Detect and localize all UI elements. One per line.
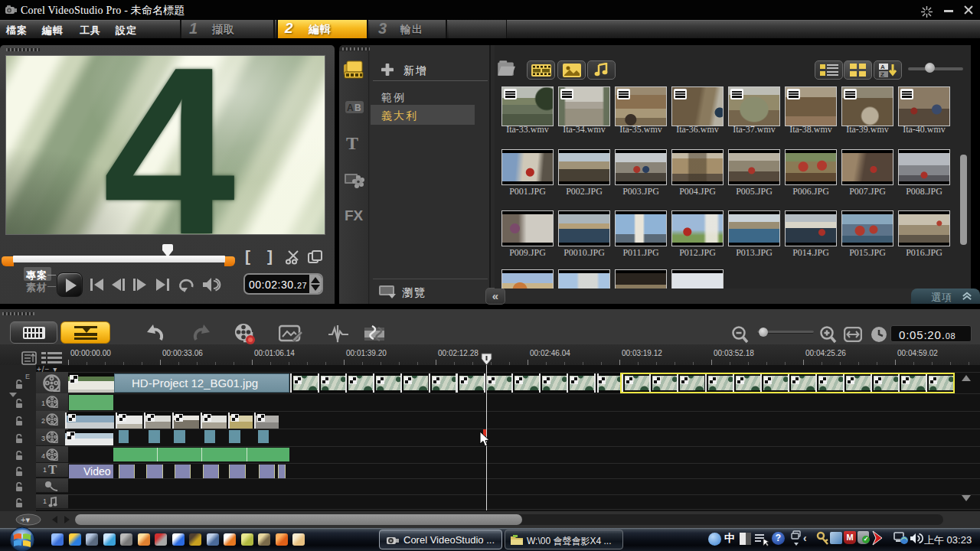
svg-text:A: A [347, 103, 354, 113]
svg-text:A: A [880, 64, 885, 70]
svg-text:+▾: +▾ [21, 515, 30, 524]
svg-text:Z: Z [880, 71, 884, 78]
svg-text:B: B [354, 103, 361, 113]
